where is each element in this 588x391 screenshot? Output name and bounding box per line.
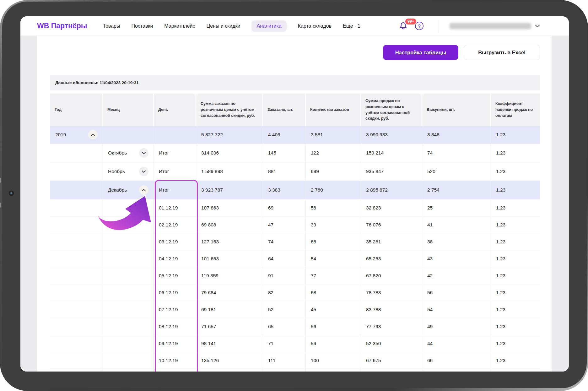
value-cell: 79 684 — [196, 284, 263, 301]
day-row: 09.12.1998 141715952 350441.23 — [50, 335, 540, 352]
tablet-side-button — [0, 178, 1, 183]
value-cell: 54 — [306, 250, 361, 267]
cell — [103, 199, 154, 216]
day-row: 06.12.1979 684826878 783561.23 — [50, 284, 540, 301]
column-header-month: Месяц — [103, 94, 154, 126]
value-cell: 98 141 — [196, 335, 263, 352]
value-cell: 65 — [306, 233, 361, 250]
value-cell: 66 300 — [361, 369, 422, 372]
chevron-down-icon — [535, 24, 540, 28]
value-cell: 65 — [263, 318, 306, 335]
nav-item-marketplace[interactable]: Маркетплейс — [164, 23, 195, 29]
column-header-year: Год — [50, 94, 103, 126]
day-cell: 03.12.19 — [154, 233, 196, 250]
account-menu[interactable] — [450, 23, 540, 29]
column-header-sales-sum: Сумма продаж по розничным ценам с учётом… — [361, 94, 422, 126]
tablet-side-button — [0, 203, 1, 208]
cell — [50, 284, 103, 301]
value-cell: 3 581 — [306, 126, 361, 144]
month-cell: Октябрь — [103, 144, 154, 162]
day-row: 11.12.19133 5511189466 300611.23 — [50, 369, 540, 372]
value-cell: 3 990 933 — [361, 126, 422, 144]
value-cell: 135 126 — [196, 352, 263, 369]
collapse-chevron-button[interactable] — [88, 130, 98, 139]
column-header-day: День — [154, 94, 196, 126]
value-cell: 44 — [422, 335, 491, 352]
value-cell: 42 — [422, 267, 491, 284]
chevron-down-icon — [142, 170, 146, 173]
cell — [154, 126, 196, 144]
nav-item-postavki[interactable]: Поставки — [131, 23, 153, 29]
nav-item-warehouse-map[interactable]: Карта складов — [298, 23, 332, 29]
value-cell: 1.23 — [491, 162, 540, 181]
month-label: Декабрь — [108, 187, 127, 193]
value-cell: 699 — [306, 162, 361, 181]
expand-chevron-button[interactable] — [139, 148, 148, 158]
value-cell: 133 551 — [196, 369, 263, 372]
account-name-redacted — [450, 23, 531, 29]
value-cell: 4 409 — [263, 126, 306, 144]
value-cell: 2 760 — [306, 181, 361, 199]
export-excel-button[interactable]: Выгрузить в Excel — [464, 45, 540, 60]
cell — [103, 301, 154, 318]
chevron-down-icon — [142, 152, 146, 155]
value-cell: 69 — [263, 199, 306, 216]
value-cell: 76 076 — [361, 216, 422, 233]
header-actions: 99+ ? — [399, 20, 540, 32]
notifications-button[interactable]: 99+ — [399, 22, 407, 30]
value-cell: 67 675 — [361, 352, 422, 369]
cell — [103, 352, 154, 369]
value-cell: 64 — [263, 250, 306, 267]
nav-item-analytics[interactable]: Аналитика — [251, 20, 286, 32]
cell — [103, 267, 154, 284]
value-cell: 94 — [306, 369, 361, 372]
day-row: 05.12.19119 359917767 820421.23 — [50, 267, 540, 284]
expand-chevron-button[interactable] — [139, 167, 148, 176]
value-cell: 43 — [422, 250, 491, 267]
cell — [50, 301, 103, 318]
table-settings-button[interactable]: Настройка таблицы — [383, 45, 458, 60]
value-cell: 49 — [422, 318, 491, 335]
screenshot: WB Партнёры Товары Поставки Маркетплейс … — [0, 0, 588, 391]
value-cell: 119 359 — [196, 267, 263, 284]
value-cell: 39 — [306, 216, 361, 233]
value-cell: 32 823 — [361, 199, 422, 216]
value-cell: 1.23 — [491, 318, 540, 335]
value-cell: 71 657 — [196, 318, 263, 335]
nav-item-tovary[interactable]: Товары — [103, 23, 120, 29]
day-cell: 10.12.19 — [154, 352, 196, 369]
value-cell: 82 — [263, 284, 306, 301]
cell — [50, 369, 103, 372]
day-cell: 09.12.19 — [154, 335, 196, 352]
cell — [50, 216, 103, 233]
collapse-chevron-button[interactable] — [139, 185, 148, 195]
column-header-bought-qty: Выкупили, шт. — [422, 94, 491, 126]
month-cell: Ноябрь — [103, 162, 154, 181]
value-cell: 111 — [263, 352, 306, 369]
value-cell: 83 788 — [361, 301, 422, 318]
notification-count-badge: 99+ — [405, 18, 417, 25]
value-cell: 159 214 — [361, 144, 422, 162]
cell — [50, 335, 103, 352]
nav-item-more[interactable]: Еще · 1 — [343, 23, 360, 29]
day-cell: 04.12.19 — [154, 250, 196, 267]
value-cell: 935 847 — [361, 162, 422, 181]
month-label: Ноябрь — [108, 169, 125, 174]
cell — [103, 250, 154, 267]
cell — [103, 369, 154, 372]
value-cell: 69 808 — [196, 216, 263, 233]
day-cell: 05.12.19 — [154, 267, 196, 284]
value-cell: 91 — [263, 267, 306, 284]
day-cell: 08.12.19 — [154, 318, 196, 335]
value-cell: 56 — [306, 318, 361, 335]
page-background: Настройка таблицы Выгрузить в Excel Данн… — [20, 36, 569, 372]
cell — [103, 318, 154, 335]
value-cell: 1.23 — [491, 144, 540, 162]
value-cell: 1.23 — [491, 352, 540, 369]
nav-item-prices[interactable]: Цены и скидки — [206, 23, 240, 29]
month-label: Октябрь — [108, 150, 127, 156]
cell — [103, 284, 154, 301]
value-cell: 68 — [306, 284, 361, 301]
brand-logo[interactable]: WB Партнёры — [37, 22, 87, 30]
value-cell: 61 — [422, 369, 491, 372]
